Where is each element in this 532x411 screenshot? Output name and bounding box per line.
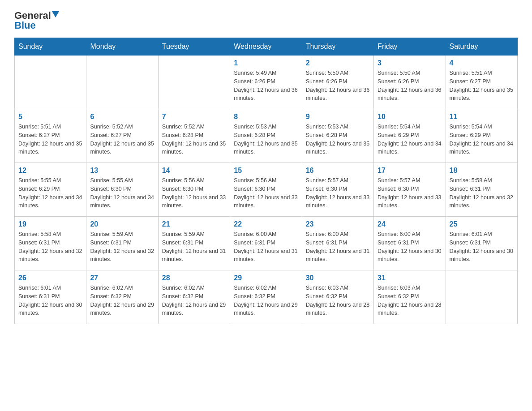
calendar-cell: 28Sunrise: 6:02 AMSunset: 6:32 PMDayligh… <box>158 270 230 324</box>
day-info: Sunrise: 5:53 AMSunset: 6:28 PMDaylight:… <box>234 123 298 156</box>
logo-text1: General <box>14 11 51 21</box>
calendar-cell: 29Sunrise: 6:02 AMSunset: 6:32 PMDayligh… <box>230 270 302 324</box>
day-number: 6 <box>90 113 154 121</box>
day-number: 9 <box>306 113 370 121</box>
calendar-cell: 2Sunrise: 5:50 AMSunset: 6:26 PMDaylight… <box>302 56 373 109</box>
calendar-cell <box>15 56 86 109</box>
day-info: Sunrise: 6:01 AMSunset: 6:31 PMDaylight:… <box>18 284 82 317</box>
day-info: Sunrise: 5:57 AMSunset: 6:30 PMDaylight:… <box>378 176 442 210</box>
calendar-cell: 9Sunrise: 5:53 AMSunset: 6:28 PMDaylight… <box>302 109 373 163</box>
day-number: 25 <box>450 220 514 228</box>
logo-text2: Blue <box>14 20 36 31</box>
day-info: Sunrise: 6:01 AMSunset: 6:31 PMDaylight:… <box>450 230 514 264</box>
day-info: Sunrise: 6:02 AMSunset: 6:32 PMDaylight:… <box>234 284 298 317</box>
calendar-cell <box>446 270 517 324</box>
day-number: 29 <box>234 274 298 282</box>
day-number: 4 <box>450 59 514 67</box>
calendar-cell: 15Sunrise: 5:56 AMSunset: 6:30 PMDayligh… <box>230 163 302 217</box>
day-info: Sunrise: 5:55 AMSunset: 6:29 PMDaylight:… <box>18 176 82 210</box>
day-number: 22 <box>234 220 298 228</box>
calendar-cell: 26Sunrise: 6:01 AMSunset: 6:31 PMDayligh… <box>15 270 86 324</box>
weekday-header-wednesday: Wednesday <box>230 38 302 56</box>
day-info: Sunrise: 5:49 AMSunset: 6:26 PMDaylight:… <box>234 69 298 103</box>
day-info: Sunrise: 6:02 AMSunset: 6:32 PMDaylight:… <box>90 284 154 317</box>
weekday-header-tuesday: Tuesday <box>158 38 230 56</box>
day-info: Sunrise: 5:53 AMSunset: 6:28 PMDaylight:… <box>306 123 370 156</box>
calendar-cell: 18Sunrise: 5:58 AMSunset: 6:31 PMDayligh… <box>446 163 517 217</box>
day-info: Sunrise: 6:02 AMSunset: 6:32 PMDaylight:… <box>162 284 226 317</box>
calendar-cell: 23Sunrise: 6:00 AMSunset: 6:31 PMDayligh… <box>302 217 373 270</box>
day-info: Sunrise: 5:59 AMSunset: 6:31 PMDaylight:… <box>162 230 226 264</box>
day-number: 3 <box>378 59 442 67</box>
calendar-cell: 11Sunrise: 5:54 AMSunset: 6:29 PMDayligh… <box>446 109 517 163</box>
calendar-cell: 25Sunrise: 6:01 AMSunset: 6:31 PMDayligh… <box>446 217 517 270</box>
calendar-cell: 24Sunrise: 6:00 AMSunset: 6:31 PMDayligh… <box>374 217 446 270</box>
day-info: Sunrise: 5:57 AMSunset: 6:30 PMDaylight:… <box>306 176 370 210</box>
calendar-cell: 22Sunrise: 6:00 AMSunset: 6:31 PMDayligh… <box>230 217 302 270</box>
calendar-cell: 8Sunrise: 5:53 AMSunset: 6:28 PMDaylight… <box>230 109 302 163</box>
day-info: Sunrise: 5:51 AMSunset: 6:27 PMDaylight:… <box>18 123 82 156</box>
calendar-cell: 21Sunrise: 5:59 AMSunset: 6:31 PMDayligh… <box>158 217 230 270</box>
day-number: 15 <box>234 167 298 175</box>
logo-triangle-icon <box>52 11 59 17</box>
calendar-cell: 20Sunrise: 5:59 AMSunset: 6:31 PMDayligh… <box>86 217 158 270</box>
calendar-cell: 14Sunrise: 5:56 AMSunset: 6:30 PMDayligh… <box>158 163 230 217</box>
day-number: 27 <box>90 274 154 282</box>
calendar-cell: 31Sunrise: 6:03 AMSunset: 6:32 PMDayligh… <box>374 270 446 324</box>
day-number: 8 <box>234 113 298 121</box>
calendar-cell: 12Sunrise: 5:55 AMSunset: 6:29 PMDayligh… <box>15 163 86 217</box>
logo: General Blue <box>14 11 59 30</box>
day-info: Sunrise: 6:00 AMSunset: 6:31 PMDaylight:… <box>378 230 442 264</box>
calendar-cell: 3Sunrise: 5:50 AMSunset: 6:26 PMDaylight… <box>374 56 446 109</box>
calendar-cell: 13Sunrise: 5:55 AMSunset: 6:30 PMDayligh… <box>86 163 158 217</box>
day-number: 7 <box>162 113 226 121</box>
day-number: 21 <box>162 220 226 228</box>
calendar-cell: 6Sunrise: 5:52 AMSunset: 6:27 PMDaylight… <box>86 109 158 163</box>
calendar-cell: 16Sunrise: 5:57 AMSunset: 6:30 PMDayligh… <box>302 163 373 217</box>
day-number: 26 <box>18 274 82 282</box>
day-number: 11 <box>450 113 514 121</box>
calendar-table: SundayMondayTuesdayWednesdayThursdayFrid… <box>14 38 518 324</box>
calendar-cell <box>86 56 158 109</box>
day-info: Sunrise: 5:51 AMSunset: 6:27 PMDaylight:… <box>450 69 514 103</box>
page-header: General Blue <box>14 11 518 30</box>
day-info: Sunrise: 5:55 AMSunset: 6:30 PMDaylight:… <box>90 176 154 210</box>
calendar-header-row: SundayMondayTuesdayWednesdayThursdayFrid… <box>15 38 518 56</box>
weekday-header-monday: Monday <box>86 38 158 56</box>
calendar-cell: 10Sunrise: 5:54 AMSunset: 6:29 PMDayligh… <box>374 109 446 163</box>
day-info: Sunrise: 5:56 AMSunset: 6:30 PMDaylight:… <box>162 176 226 210</box>
calendar-cell: 17Sunrise: 5:57 AMSunset: 6:30 PMDayligh… <box>374 163 446 217</box>
day-info: Sunrise: 5:50 AMSunset: 6:26 PMDaylight:… <box>306 69 370 103</box>
calendar-cell: 27Sunrise: 6:02 AMSunset: 6:32 PMDayligh… <box>86 270 158 324</box>
day-number: 31 <box>378 274 442 282</box>
day-number: 17 <box>378 167 442 175</box>
calendar-cell: 1Sunrise: 5:49 AMSunset: 6:26 PMDaylight… <box>230 56 302 109</box>
day-number: 14 <box>162 167 226 175</box>
day-info: Sunrise: 5:54 AMSunset: 6:29 PMDaylight:… <box>450 123 514 156</box>
day-number: 16 <box>306 167 370 175</box>
day-info: Sunrise: 5:58 AMSunset: 6:31 PMDaylight:… <box>450 176 514 210</box>
day-info: Sunrise: 5:52 AMSunset: 6:27 PMDaylight:… <box>90 123 154 156</box>
day-number: 2 <box>306 59 370 67</box>
day-number: 23 <box>306 220 370 228</box>
day-info: Sunrise: 6:03 AMSunset: 6:32 PMDaylight:… <box>306 284 370 317</box>
day-info: Sunrise: 6:00 AMSunset: 6:31 PMDaylight:… <box>234 230 298 264</box>
day-number: 30 <box>306 274 370 282</box>
calendar-cell: 30Sunrise: 6:03 AMSunset: 6:32 PMDayligh… <box>302 270 373 324</box>
day-info: Sunrise: 5:56 AMSunset: 6:30 PMDaylight:… <box>234 176 298 210</box>
day-number: 10 <box>378 113 442 121</box>
day-number: 1 <box>234 59 298 67</box>
day-number: 12 <box>18 167 82 175</box>
day-number: 18 <box>450 167 514 175</box>
day-number: 20 <box>90 220 154 228</box>
day-number: 19 <box>18 220 82 228</box>
day-number: 24 <box>378 220 442 228</box>
calendar-cell <box>158 56 230 109</box>
day-info: Sunrise: 5:58 AMSunset: 6:31 PMDaylight:… <box>18 230 82 264</box>
weekday-header-friday: Friday <box>374 38 446 56</box>
calendar-cell: 19Sunrise: 5:58 AMSunset: 6:31 PMDayligh… <box>15 217 86 270</box>
day-number: 5 <box>18 113 82 121</box>
weekday-header-sunday: Sunday <box>15 38 86 56</box>
day-info: Sunrise: 5:50 AMSunset: 6:26 PMDaylight:… <box>378 69 442 103</box>
day-info: Sunrise: 5:52 AMSunset: 6:28 PMDaylight:… <box>162 123 226 156</box>
